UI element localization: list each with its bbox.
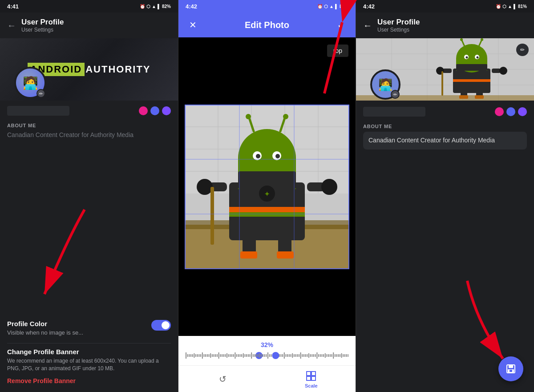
svg-rect-89	[259, 353, 260, 358]
wifi-icon-3: ▲	[508, 4, 512, 9]
panel3-username-box	[363, 107, 425, 117]
panel3-status-icons: ⏰ ⬡ ▲ ▌ 81%	[496, 4, 527, 9]
svg-rect-102	[280, 354, 281, 357]
svg-rect-143	[348, 354, 348, 357]
panel3-back-icon[interactable]: ←	[363, 20, 372, 31]
panel1-about-text: Canadian Content Creator for Authority M…	[7, 131, 171, 140]
signal-icon: ▌	[158, 4, 161, 9]
svg-rect-125	[318, 354, 319, 357]
svg-rect-103	[282, 354, 283, 357]
svg-rect-67	[223, 354, 224, 357]
svg-rect-164	[453, 79, 490, 82]
battery-text-2: 82%	[340, 4, 348, 9]
svg-rect-61	[214, 354, 214, 357]
svg-point-180	[477, 57, 479, 59]
svg-rect-185	[510, 370, 512, 372]
panel2-time: 4:42	[186, 3, 197, 10]
svg-rect-137	[338, 354, 339, 357]
svg-rect-128	[323, 354, 324, 357]
svg-rect-108	[291, 354, 291, 357]
svg-rect-126	[320, 354, 321, 357]
save-fab-button[interactable]	[498, 356, 523, 381]
svg-rect-44	[186, 352, 186, 359]
svg-rect-85	[253, 354, 254, 357]
svg-rect-138	[340, 354, 340, 357]
crop-button[interactable]: rop	[327, 44, 348, 57]
profile-color-toggle[interactable]	[151, 320, 171, 331]
svg-rect-47	[190, 354, 191, 357]
image-container: ✦	[185, 105, 349, 269]
panel3-badge-pink	[495, 107, 504, 116]
wifi-icon-2: ▲	[329, 4, 334, 9]
profile-color-title: Profile Color	[7, 320, 83, 327]
svg-text:✦: ✦	[264, 190, 270, 198]
svg-point-174	[460, 38, 463, 41]
panel-2-edit-photo: 4:42 ⏰ ⬡ ▲ ▌ 82% ✕ Edit Photo ✓ rop	[178, 0, 356, 392]
svg-rect-64	[218, 352, 219, 359]
svg-rect-117	[305, 354, 306, 357]
svg-rect-106	[287, 354, 288, 357]
panel3-header-title: User Profile User Settings	[377, 18, 420, 33]
svg-rect-113	[299, 354, 299, 357]
svg-rect-119	[308, 353, 309, 358]
svg-rect-183	[509, 365, 513, 368]
panel1-header-title: User Profile User Settings	[21, 18, 64, 33]
svg-rect-86	[255, 354, 255, 357]
svg-rect-142	[346, 354, 347, 357]
panel2-statusbar: 4:42 ⏰ ⬡ ▲ ▌ 82%	[178, 0, 356, 12]
avatar-edit-badge[interactable]: ✏	[36, 89, 45, 98]
panel3-about-label: ABOUT ME	[363, 124, 527, 129]
panel3-time: 4:42	[363, 3, 375, 10]
svg-rect-93	[266, 354, 267, 357]
svg-rect-69	[227, 353, 227, 358]
close-icon: ✕	[189, 20, 197, 30]
svg-rect-88	[258, 354, 259, 357]
svg-rect-109	[292, 353, 293, 358]
save-icon	[506, 364, 516, 374]
svg-rect-50	[195, 354, 196, 357]
panel1-change-banner: Change Profile Banner We recommend an im…	[7, 348, 171, 385]
svg-rect-120	[310, 354, 311, 357]
profile-color-subtitle: Visible when no image is se...	[7, 329, 83, 336]
battery-text: 82%	[162, 4, 171, 9]
panel3-about-box: Canadian Content Creator for Authority M…	[363, 132, 527, 150]
svg-rect-139	[341, 353, 342, 358]
signal-icon-3: ▌	[514, 4, 517, 9]
panel1-back-icon[interactable]: ←	[7, 20, 16, 31]
svg-rect-84	[251, 352, 252, 359]
svg-rect-59	[210, 353, 211, 358]
panel3-avatar-edit-badge[interactable]: ✏	[391, 90, 400, 99]
svg-rect-129	[325, 353, 326, 358]
edit-banner-button[interactable]: ✏	[516, 44, 529, 56]
svg-rect-169	[441, 71, 443, 96]
scale-tool[interactable]: Scale	[305, 370, 318, 388]
svg-rect-121	[312, 354, 312, 357]
svg-rect-14	[240, 251, 257, 259]
svg-rect-46	[189, 354, 190, 357]
svg-point-30	[283, 114, 288, 119]
svg-rect-62	[215, 354, 216, 357]
svg-rect-124	[316, 352, 317, 359]
panel3-subtitle: User Settings	[377, 27, 420, 33]
panel2-topbar: ✕ Edit Photo ✓	[178, 12, 356, 37]
svg-rect-83	[250, 354, 251, 357]
slider-ticks-svg: var x=0; for(var i=0;i<120;i++){ var h =…	[186, 351, 348, 360]
svg-rect-73	[233, 354, 234, 357]
svg-rect-118	[307, 354, 307, 357]
panel3-username-row	[356, 103, 534, 118]
badge-pink	[139, 106, 148, 115]
svg-rect-53	[200, 354, 201, 357]
panel1-badges	[139, 106, 171, 115]
confirm-button[interactable]: ✓	[334, 18, 348, 32]
remove-banner-button[interactable]: Remove Profile Banner	[7, 377, 76, 384]
svg-rect-134	[333, 352, 334, 359]
svg-rect-57	[207, 354, 208, 357]
svg-rect-52	[198, 354, 199, 357]
svg-rect-114	[300, 352, 301, 359]
change-banner-desc: We recommend an image of at least 600x24…	[7, 357, 171, 372]
svg-rect-58	[209, 354, 210, 357]
rotate-tool[interactable]: ↺	[216, 373, 229, 385]
panel1-avatar-area: 🧑‍💻 ✏	[14, 67, 46, 99]
svg-rect-78	[241, 354, 242, 357]
close-button[interactable]: ✕	[186, 18, 200, 32]
